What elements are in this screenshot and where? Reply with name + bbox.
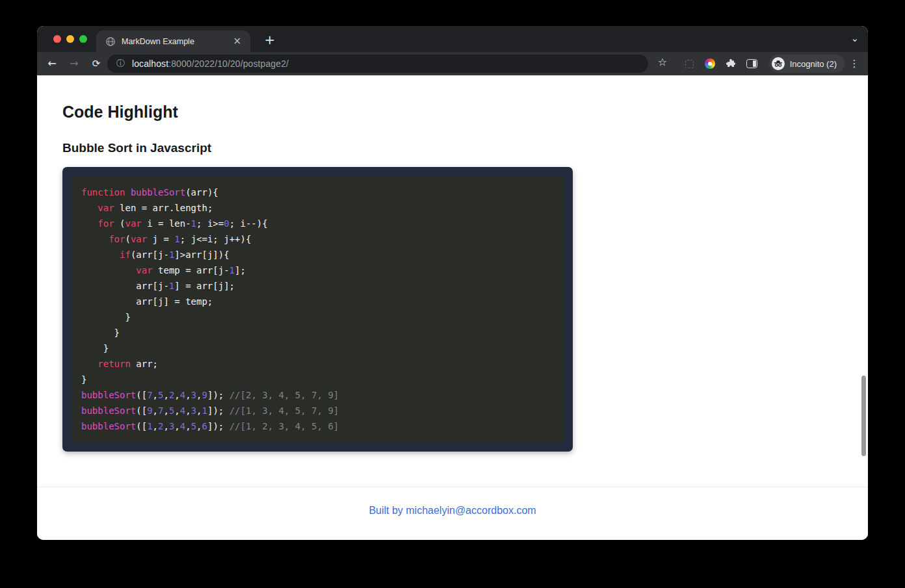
- site-footer: Built by michaelyin@accordbox.com: [37, 487, 868, 534]
- code-line: for (var i = len-1; i>=0; i--){: [81, 216, 554, 231]
- incognito-spy-icon: [772, 57, 785, 70]
- tab-search-chevron-icon[interactable]: ⌄: [850, 32, 859, 44]
- tab-close-icon[interactable]: ×: [230, 35, 244, 47]
- globe-icon: [105, 36, 116, 47]
- code-line: bubbleSort([9,7,5,4,3,1]); //[1, 3, 4, 5…: [81, 403, 554, 418]
- incognito-label: Incognito (2): [790, 59, 837, 69]
- url-host: localhost: [132, 58, 168, 69]
- browser-window: MarkDown Example × + ⌄ ← → ⟳ ⓘ localhost…: [37, 26, 868, 540]
- code-line: if(arr[j-1]>arr[j]){: [81, 247, 554, 262]
- reload-button[interactable]: ⟳: [88, 55, 105, 72]
- code-line: }: [81, 340, 554, 356]
- code-line: }: [81, 325, 554, 340]
- code-line: }: [81, 372, 554, 387]
- code-block: function bubbleSort(arr){ var len = arr.…: [62, 167, 573, 452]
- page-title: Code Highlight: [62, 103, 843, 121]
- tab-strip: MarkDown Example × + ⌄: [37, 26, 868, 52]
- article: Code Highlight Bubble Sort in Javascript…: [37, 75, 868, 452]
- code-line: bubbleSort([7,5,2,4,3,9]); //[2, 3, 4, 5…: [81, 387, 554, 403]
- section-title: Bubble Sort in Javascript: [62, 141, 843, 155]
- scrollbar-thumb[interactable]: [861, 376, 866, 456]
- code-line: }: [81, 309, 554, 325]
- code-line: arr[j-1] = arr[j];: [81, 278, 554, 294]
- extensions-puzzle-icon[interactable]: [726, 58, 736, 69]
- side-panel-icon[interactable]: [746, 59, 757, 68]
- window-minimize-button[interactable]: [66, 35, 74, 43]
- code-line: for(var j = 1; j<=i; j++){: [81, 231, 554, 247]
- browser-menu-icon[interactable]: ⋮: [847, 55, 861, 72]
- footer-link[interactable]: Built by michaelyin@accordbox.com: [369, 505, 536, 516]
- window-controls: [53, 35, 87, 43]
- code-line: var len = arr.length;: [81, 200, 554, 216]
- browser-toolbar: ← → ⟳ ⓘ localhost:8000/2022/10/20/postpa…: [37, 52, 868, 75]
- code: function bubbleSort(arr){ var len = arr.…: [81, 185, 554, 434]
- browser-tab[interactable]: MarkDown Example ×: [96, 31, 250, 52]
- code-line: arr[j] = temp;: [81, 294, 554, 309]
- window-zoom-button[interactable]: [79, 35, 87, 43]
- code-line: var temp = arr[j-1];: [81, 262, 554, 278]
- url-path: :8000/2022/10/20/postpage2/: [168, 58, 289, 69]
- code-line: bubbleSort([1,2,3,4,5,6]); //[1, 2, 3, 4…: [81, 418, 554, 434]
- address-bar[interactable]: ⓘ localhost:8000/2022/10/20/postpage2/: [107, 55, 648, 73]
- forward-button[interactable]: →: [66, 55, 83, 72]
- bookmark-star-icon[interactable]: ☆: [656, 56, 669, 69]
- tab-title: MarkDown Example: [122, 37, 230, 46]
- back-button[interactable]: ←: [44, 55, 60, 72]
- color-wheel-extension-icon[interactable]: [705, 58, 715, 69]
- page-content: Code Highlight Bubble Sort in Javascript…: [37, 75, 868, 540]
- window-close-button[interactable]: [53, 35, 61, 43]
- code-block-inner: function bubbleSort(arr){ var len = arr.…: [72, 176, 564, 442]
- url-text: localhost:8000/2022/10/20/postpage2/: [132, 58, 289, 69]
- site-info-icon[interactable]: ⓘ: [116, 58, 125, 70]
- code-line: return arr;: [81, 356, 554, 372]
- incognito-badge[interactable]: Incognito (2): [769, 55, 845, 73]
- capture-extension-icon[interactable]: [685, 60, 694, 68]
- new-tab-button[interactable]: +: [261, 31, 279, 49]
- code-line: function bubbleSort(arr){: [81, 185, 554, 200]
